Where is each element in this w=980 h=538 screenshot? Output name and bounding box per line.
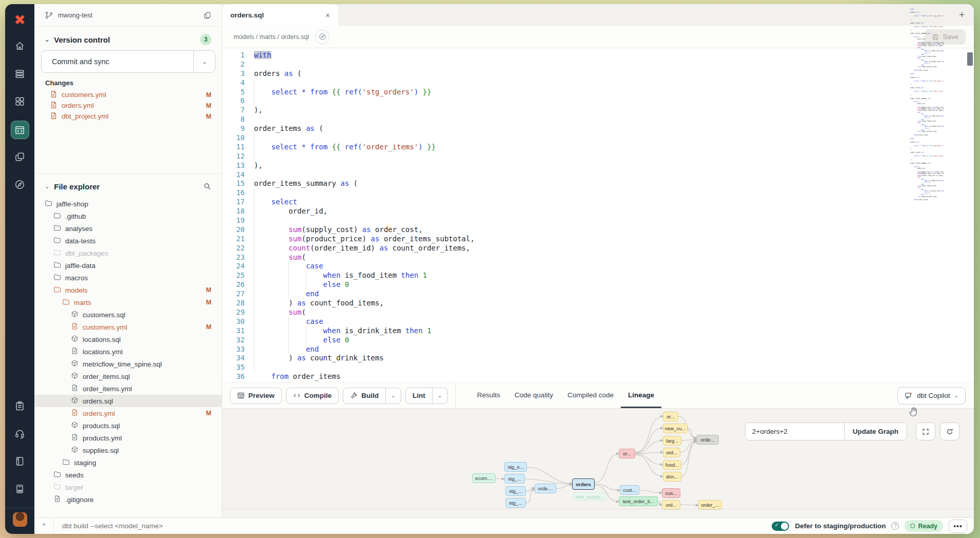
changed-file-row[interactable]: dbt_project.ymlM — [34, 111, 222, 122]
refresh-button[interactable] — [940, 422, 959, 440]
preview-button[interactable]: Preview — [230, 388, 282, 404]
tree-item-orders.yml[interactable]: orders.ymlM — [34, 407, 222, 419]
rail-item-support[interactable] — [5, 420, 34, 448]
rail-item-home[interactable] — [5, 33, 34, 61]
tree-item-locations.yml[interactable]: locations.yml — [34, 345, 222, 358]
code-editor[interactable]: 1with23orders as (45 select * from {{ re… — [222, 48, 974, 382]
result-tab-lineage[interactable]: Lineage — [621, 383, 661, 408]
tree-item-locations.sql[interactable]: locations.sql — [34, 333, 222, 345]
code-line[interactable]: 32 else 0 — [222, 336, 974, 345]
tree-item-seeds[interactable]: seeds — [34, 469, 222, 481]
dbt-command-input[interactable] — [62, 522, 319, 530]
code-line[interactable]: 1with — [222, 51, 974, 60]
code-line[interactable]: 5 select * from {{ ref('stg_orders') }} — [222, 88, 974, 97]
code-line[interactable]: 28 ) as count_food_items, — [222, 299, 974, 308]
code-line[interactable]: 16 — [222, 188, 974, 198]
code-line[interactable]: 34 ) as count_drink_items — [222, 354, 974, 363]
view-docs-button[interactable] — [315, 30, 329, 44]
lint-button-group[interactable]: Lint ⌄ — [405, 388, 448, 404]
code-line[interactable]: 9order_items as ( — [222, 124, 974, 133]
help-icon[interactable]: ? — [891, 522, 899, 530]
code-line[interactable]: 4 — [222, 79, 974, 88]
commit-and-sync-button[interactable]: Commit and sync ⌄ — [41, 50, 215, 73]
close-tab-icon[interactable]: × — [325, 11, 330, 20]
lineage-node[interactable]: ecom.... — [472, 473, 496, 483]
code-line[interactable]: 15order_items_summary as ( — [222, 179, 974, 188]
code-line[interactable]: 6 — [222, 97, 974, 106]
code-line[interactable]: 19 — [222, 216, 974, 225]
lineage-node[interactable]: orde.... — [535, 484, 556, 493]
code-line[interactable]: 8 — [222, 115, 974, 124]
code-line[interactable]: 35 — [222, 363, 974, 372]
code-line[interactable]: 29 sum( — [222, 308, 974, 317]
tree-item-products.yml[interactable]: products.yml — [34, 432, 222, 444]
result-tab-results[interactable]: Results — [470, 383, 507, 408]
lineage-node[interactable]: new_cu... — [663, 424, 688, 433]
code-line[interactable]: 27 end — [222, 290, 974, 299]
tree-item-models[interactable]: modelsM — [34, 284, 222, 296]
lineage-node[interactable]: drin... — [663, 472, 681, 482]
tree-item-customers.yml[interactable]: customers.ymlM — [34, 321, 222, 333]
lineage-node[interactable]: stg_... — [505, 486, 526, 496]
code-line[interactable]: 3orders as ( — [222, 69, 974, 79]
tree-item-jaffle-data[interactable]: jaffle-data — [34, 259, 222, 272]
lineage-node[interactable]: ord... — [663, 448, 680, 457]
rail-item-checklist[interactable] — [5, 393, 34, 420]
code-line[interactable]: 24 case — [222, 262, 974, 271]
code-line[interactable]: 33 end — [222, 345, 974, 354]
code-line[interactable]: 17 select — [222, 198, 974, 207]
compile-button[interactable]: Compile — [286, 388, 339, 404]
tree-item-macros[interactable]: macros — [34, 272, 222, 284]
tree-item-products.sql[interactable]: products.sql — [34, 419, 222, 432]
lineage-node[interactable]: larg... — [663, 436, 681, 446]
update-graph-button[interactable]: Update Graph — [844, 423, 907, 440]
rail-item-environments[interactable] — [5, 61, 34, 88]
tree-item-order_items.sql[interactable]: order_items.sql — [34, 370, 222, 382]
code-line[interactable]: 30 case — [222, 317, 974, 326]
editor-minimap[interactable]: withorders as ( select * from {{ ref('st… — [910, 8, 944, 285]
lineage-node[interactable]: test_order_it... — [619, 496, 658, 506]
lint-dropdown-toggle[interactable]: ⌄ — [432, 388, 447, 404]
tree-item-marts[interactable]: martsM — [34, 296, 222, 309]
lineage-node[interactable]: food... — [663, 460, 681, 470]
new-tab-button[interactable]: + — [959, 9, 965, 21]
more-options-button[interactable]: ••• — [949, 520, 967, 533]
search-icon[interactable] — [203, 182, 211, 190]
changed-file-row[interactable]: orders.ymlM — [34, 100, 222, 111]
tab-orders-sql[interactable]: orders.sql × — [222, 4, 338, 26]
code-line[interactable]: 11 select * from {{ ref('order_items') }… — [222, 143, 974, 152]
rail-item-terminal[interactable] — [5, 476, 34, 504]
status-badge[interactable]: Ready — [905, 520, 943, 532]
lineage-node[interactable]: cus... — [662, 488, 680, 498]
file-explorer-header[interactable]: ⌄ File explorer — [34, 177, 222, 196]
code-line[interactable]: 14 — [222, 170, 974, 180]
code-line[interactable]: 7), — [222, 106, 974, 115]
lineage-node[interactable]: stg_... — [504, 474, 525, 484]
code-line[interactable]: 36 from order_items — [222, 372, 974, 381]
tree-item-.gitignore[interactable]: .gitignore — [34, 493, 222, 506]
rail-item-apps[interactable] — [5, 88, 34, 116]
dbt-copilot-button[interactable]: dbt Copilot ⌄ — [897, 387, 966, 405]
result-tab-compiled-code[interactable]: Compiled code — [560, 383, 621, 408]
version-control-header[interactable]: ⌄ Version control 3 — [45, 34, 211, 45]
tree-item-metricflow_time_spine.sql[interactable]: metricflow_time_spine.sql — [34, 358, 222, 370]
lineage-node[interactable]: stg_... — [505, 498, 526, 508]
lineage-node[interactable]: cust... — [620, 485, 639, 495]
commit-dropdown-toggle[interactable]: ⌄ — [193, 51, 215, 72]
tree-item-customers.sql[interactable]: customers.sql — [34, 309, 222, 321]
copy-icon[interactable] — [203, 11, 211, 20]
tree-item-jaffle-shop[interactable]: jaffle-shop — [34, 198, 222, 210]
code-line[interactable]: 22 count(order_item_id) as count_order_i… — [222, 244, 974, 253]
tree-item-analyses[interactable]: analyses — [34, 222, 222, 235]
tree-item-supplies.sql[interactable]: supplies.sql — [34, 444, 222, 456]
lineage-node[interactable]: or... — [619, 449, 635, 458]
tree-item-target[interactable]: target — [34, 481, 222, 493]
rail-item-projects[interactable] — [5, 144, 34, 171]
rail-item-orchestration[interactable] — [5, 171, 34, 199]
build-button-group[interactable]: Build ⌄ — [343, 388, 401, 404]
lineage-node[interactable]: or... — [663, 412, 678, 421]
lineage-node[interactable]: orde... — [696, 435, 719, 445]
code-line[interactable]: 12 — [222, 152, 974, 161]
code-line[interactable]: 23 sum( — [222, 253, 974, 262]
changed-file-row[interactable]: customers.ymlM — [34, 89, 222, 100]
